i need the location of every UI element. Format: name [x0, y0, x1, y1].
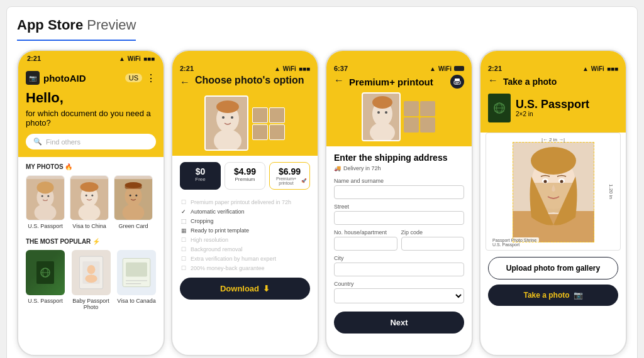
- passport-face-photo: [513, 142, 594, 242]
- search-bar[interactable]: 🔍 Find others: [26, 134, 156, 149]
- city-field: City: [334, 255, 464, 276]
- take-photo-button[interactable]: Take a photo 📷: [488, 285, 618, 306]
- brand-bar: 📷 photoAID US ⋮: [26, 71, 156, 85]
- screen-title-4: Take a photo: [503, 77, 557, 87]
- list-item[interactable]: Green Card: [114, 175, 153, 229]
- upload-photo-button[interactable]: Upload photo from gallery: [488, 257, 618, 279]
- back-button-4[interactable]: ←: [488, 75, 498, 86]
- svg-point-59: [560, 180, 563, 183]
- svg-point-15: [130, 195, 131, 197]
- section-title-3: Enter the shipping address: [334, 153, 464, 163]
- face-svg-1: [26, 178, 64, 220]
- svg-point-9: [86, 195, 87, 197]
- svg-point-5: [36, 182, 53, 193]
- search-icon: 🔍: [33, 138, 42, 146]
- svg-rect-36: [455, 79, 460, 81]
- street-field: Street: [334, 203, 464, 225]
- face-svg-2: [70, 178, 108, 220]
- page-title: App Store Preview: [17, 17, 136, 33]
- svg-point-25: [85, 275, 97, 283]
- svg-point-4: [47, 195, 49, 197]
- phone-3: 6:37 ▲ WiFi ← Premium+ printout: [325, 50, 473, 356]
- subheadline: for which document do you need a photo?: [26, 109, 156, 127]
- main-preview-photo: [204, 95, 248, 151]
- status-bar-1: 2:21 ▲ WiFi ■■■: [18, 51, 164, 63]
- svg-point-14: [123, 204, 145, 220]
- camera-icon: 📷: [26, 71, 40, 85]
- passport-icon: [36, 261, 54, 284]
- zip-field: Zip code: [401, 229, 465, 251]
- pricing-row: $0 Free $4.99 Premium $6.99 Premium+ pri…: [180, 162, 310, 190]
- list-item[interactable]: U.S. Passport: [26, 250, 65, 310]
- svg-point-35: [216, 100, 239, 113]
- list-item: ⬚Cropping: [180, 216, 310, 225]
- svg-point-13: [125, 186, 142, 207]
- svg-point-11: [80, 182, 98, 192]
- time-3: 6:37: [334, 65, 348, 72]
- face-svg-3: [114, 178, 152, 220]
- search-placeholder: Find others: [46, 138, 80, 146]
- passport-book-icon: [488, 94, 511, 122]
- svg-point-44: [385, 111, 387, 114]
- svg-point-8: [79, 204, 101, 220]
- house-field: No. house/apartment: [334, 229, 397, 251]
- list-item: ☐Extra verification by human expert: [180, 254, 310, 263]
- screen-title-3: Premium+ printout: [349, 77, 433, 87]
- status-bar-2: 2:21 ▲ WiFi ■■■: [180, 65, 310, 75]
- list-item: ☐Background removal: [180, 244, 310, 254]
- svg-point-33: [222, 116, 225, 119]
- zip-input[interactable]: [401, 237, 465, 251]
- svg-point-57: [543, 180, 547, 183]
- brand-name: photoAID: [43, 73, 86, 84]
- svg-rect-27: [126, 263, 147, 277]
- my-photos-label: MY PHOTOS 🔥: [26, 163, 156, 170]
- list-item: ☐200% money-back guarantee: [180, 263, 310, 273]
- price-free[interactable]: $0 Free: [180, 162, 221, 190]
- back-button-2[interactable]: ←: [180, 77, 190, 88]
- popular-label: THE MOST POPULAR ⚡: [26, 238, 156, 245]
- svg-point-45: [372, 96, 392, 109]
- baby-passport-icon: [75, 254, 107, 291]
- time-1: 2:21: [27, 55, 41, 62]
- list-item: ☐High resolution: [180, 235, 310, 244]
- country-select[interactable]: [334, 288, 464, 303]
- svg-point-55: [531, 147, 576, 175]
- list-item: ☐Premium paper printout delivered in 72h: [180, 197, 310, 207]
- price-premium[interactable]: $4.99 Premium: [225, 162, 265, 190]
- svg-rect-39: [455, 84, 458, 84]
- download-icon: ⬇: [263, 284, 270, 293]
- list-item: ✓Automatic verification: [180, 207, 310, 216]
- my-photos-grid: U.S. Passport: [26, 175, 156, 229]
- phone-1: 2:21 ▲ WiFi ■■■ 📷 photoAID US: [17, 50, 165, 356]
- back-button-3[interactable]: ←: [334, 75, 344, 86]
- svg-point-16: [135, 195, 137, 197]
- house-input[interactable]: [334, 237, 397, 251]
- preview-photo-3: [362, 92, 401, 141]
- popular-grid: U.S. Passport Baby Passport Photo: [26, 250, 156, 310]
- name-field: Name and surname: [334, 178, 464, 199]
- svg-point-43: [377, 111, 380, 114]
- download-button[interactable]: Download ⬇: [180, 278, 310, 300]
- city-input[interactable]: [334, 263, 464, 276]
- headline: Hello,: [26, 90, 156, 106]
- svg-rect-38: [455, 82, 459, 83]
- name-input[interactable]: [334, 185, 464, 199]
- price-premium-plus[interactable]: $6.99 Premium+ printout 🚀: [269, 162, 310, 190]
- preview-header: App Store Preview: [17, 17, 136, 41]
- street-input[interactable]: [334, 211, 464, 225]
- phone-2: 2:21 ▲ WiFi ■■■ ← Choose photo's option: [171, 50, 319, 356]
- list-item[interactable]: U.S. Passport: [26, 175, 65, 229]
- status-bar-4: 2:21 ▲ WiFi ■■■: [488, 65, 618, 75]
- v-measure: 1.20 in: [608, 184, 614, 199]
- time-4: 2:21: [488, 65, 502, 72]
- h-measure: |← 2 in →|: [541, 137, 565, 143]
- svg-point-10: [91, 195, 93, 197]
- list-item[interactable]: Visa to China: [70, 175, 109, 229]
- svg-point-18: [125, 182, 142, 188]
- features-list: ☐Premium paper printout delivered in 72h…: [180, 197, 310, 273]
- next-button[interactable]: Next: [334, 312, 464, 334]
- list-item[interactable]: Visa to Canada: [117, 250, 156, 310]
- list-item[interactable]: Baby Passport Photo: [70, 250, 112, 310]
- svg-point-24: [87, 265, 95, 274]
- passport-bottom-label: Passport Photo Shrine U.S. Passport: [490, 237, 539, 247]
